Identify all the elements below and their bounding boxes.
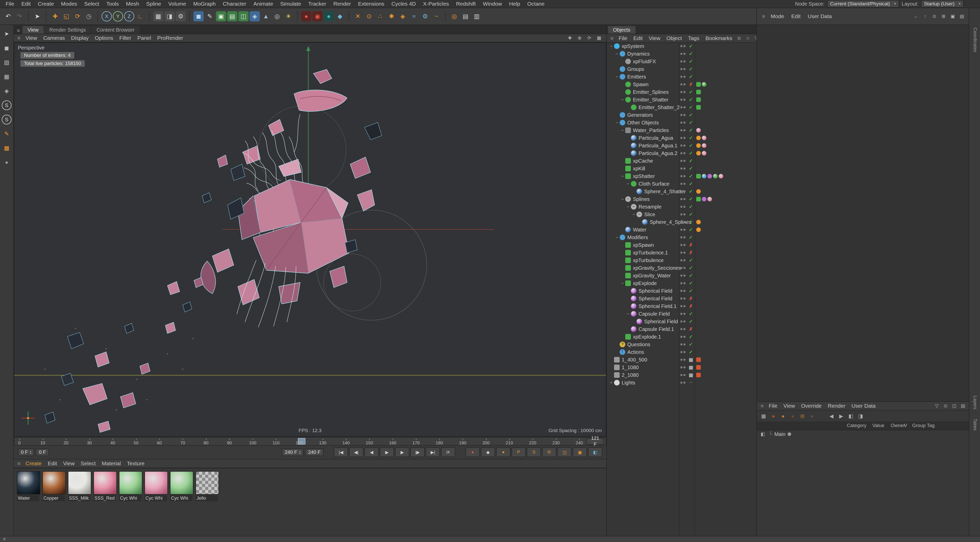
- z-axis-icon[interactable]: Z: [124, 11, 134, 21]
- viewport-zoom-icon[interactable]: ⊕: [576, 35, 584, 41]
- key-scale-button[interactable]: S: [527, 447, 541, 457]
- tree-row-sphere-4-shatter[interactable]: Sphere_4_Shatter✓: [607, 188, 756, 195]
- editor-visibility-dot[interactable]: [680, 160, 682, 162]
- phong-tag[interactable]: [696, 151, 701, 155]
- editor-visibility-dot[interactable]: [680, 313, 682, 315]
- editor-visibility-dot[interactable]: [680, 298, 682, 300]
- up-arrow-icon[interactable]: ↑: [921, 13, 929, 20]
- materials-menu-select[interactable]: Select: [78, 460, 99, 466]
- column-header-owner[interactable]: Owner: [891, 423, 905, 428]
- geometry-tag[interactable]: [713, 174, 718, 179]
- enable-toggle[interactable]: ▦: [687, 365, 694, 370]
- materials-menu-create[interactable]: Create: [22, 460, 45, 466]
- tree-row-particula-agua-2[interactable]: Particula_Agua.2✓: [607, 149, 756, 157]
- editor-visibility-dot[interactable]: [680, 206, 682, 208]
- enable-toggle[interactable]: ✓: [687, 166, 694, 171]
- expand-toggle[interactable]: −: [625, 311, 631, 317]
- objects-menu-view[interactable]: View: [646, 35, 663, 41]
- enable-toggle[interactable]: ✓: [687, 59, 694, 64]
- materials-menu-edit[interactable]: Edit: [45, 460, 60, 466]
- editor-visibility-dot[interactable]: [680, 359, 682, 361]
- key-position-button[interactable]: P: [511, 447, 526, 457]
- enable-toggle[interactable]: ✓: [687, 288, 694, 294]
- coord-system-icon[interactable]: ∟: [135, 11, 145, 21]
- editor-visibility-dot[interactable]: [680, 122, 682, 124]
- xparticles-group-tag[interactable]: [696, 97, 701, 102]
- viewport-rotate-icon[interactable]: ⟳: [585, 35, 593, 41]
- render-visibility-dot[interactable]: [683, 206, 686, 208]
- octane-render-icon[interactable]: ●: [301, 11, 311, 21]
- expand-toggle[interactable]: −: [614, 120, 620, 125]
- xp-cache-icon[interactable]: ⚙: [420, 11, 430, 21]
- tab-layers[interactable]: Layers: [972, 396, 978, 409]
- viewport-menu-view[interactable]: View: [22, 35, 40, 41]
- editor-visibility-dot[interactable]: [680, 53, 682, 55]
- xp-system-icon[interactable]: ✕: [353, 11, 363, 21]
- menu-item-extensions[interactable]: Extensions: [355, 1, 388, 7]
- viewport-pan-icon[interactable]: ✚: [566, 35, 574, 41]
- geometry-tag[interactable]: [702, 82, 706, 87]
- render-visibility-dot[interactable]: [683, 305, 686, 307]
- takes-menu-render[interactable]: Render: [825, 403, 849, 409]
- tree-row-other-objects[interactable]: −Other Objects✓: [607, 119, 756, 127]
- list-icon[interactable]: ▤: [959, 403, 967, 409]
- editor-visibility-dot[interactable]: [680, 290, 682, 292]
- material-thumbnail[interactable]: [68, 471, 91, 494]
- tree-row-splines[interactable]: −~Splines✓: [607, 195, 756, 203]
- filter-star-icon[interactable]: ☆: [744, 35, 752, 41]
- tree-row-particula-agua-1[interactable]: Particula_Agua.1✓: [607, 142, 756, 149]
- material-ball-orange-icon[interactable]: ●: [779, 412, 787, 420]
- render-visibility-dot[interactable]: [683, 183, 686, 185]
- material-item-water[interactable]: Water: [17, 471, 40, 501]
- panel-menu-icon[interactable]: ≡: [15, 35, 22, 41]
- enable-toggle[interactable]: ✓: [687, 311, 694, 317]
- tree-row-emitter-shatter[interactable]: −Emitter_Shatter✓: [607, 96, 756, 103]
- expand-toggle[interactable]: −: [620, 97, 625, 103]
- light-icon[interactable]: ☀: [283, 11, 293, 21]
- octane-target-icon[interactable]: ⊙: [798, 412, 807, 420]
- editor-visibility-dot[interactable]: [680, 106, 682, 108]
- takes-menu-user-data[interactable]: User Data: [848, 403, 879, 409]
- render-visibility-dot[interactable]: [683, 274, 686, 277]
- editor-visibility-dot[interactable]: [680, 320, 682, 322]
- tab-takes[interactable]: Takes: [972, 418, 978, 431]
- octane-logo-icon[interactable]: ◎: [449, 11, 460, 21]
- xp-fluid-icon[interactable]: ≈: [409, 11, 419, 21]
- expand-toggle[interactable]: −: [608, 44, 614, 49]
- play-button[interactable]: ▶: [380, 447, 394, 457]
- editor-visibility-dot[interactable]: [680, 267, 682, 269]
- viewport[interactable]: Perspective Number of emitters: 4Total l…: [14, 42, 606, 437]
- add-cube-icon[interactable]: ◼: [193, 11, 204, 21]
- enable-toggle[interactable]: ··: [687, 380, 694, 385]
- tree-row-1-400-500[interactable]: 1_400_500▦: [607, 356, 756, 363]
- enable-toggle[interactable]: ✓: [687, 227, 694, 233]
- render-visibility-dot[interactable]: [683, 175, 686, 177]
- render-visibility-dot[interactable]: [683, 190, 686, 192]
- search-icon[interactable]: ⊙: [942, 403, 950, 409]
- editor-visibility-dot[interactable]: [680, 129, 682, 131]
- editor-visibility-dot[interactable]: [680, 190, 682, 192]
- enable-toggle[interactable]: ✓: [687, 235, 694, 240]
- back-arrow-icon[interactable]: ←: [912, 13, 920, 20]
- record-keyframe-button[interactable]: ◆: [481, 447, 495, 457]
- panel-menu-icon[interactable]: ≡: [608, 35, 616, 41]
- tree-row-spherical-field[interactable]: Spherical Field✓: [607, 287, 756, 295]
- enable-toggle[interactable]: ✓: [687, 158, 694, 164]
- expand-toggle[interactable]: −: [625, 181, 631, 187]
- material-ball-dark2-icon[interactable]: ●: [818, 412, 826, 420]
- material-tag-pink[interactable]: [696, 128, 701, 133]
- enable-toggle[interactable]: ✓: [687, 51, 694, 57]
- modebar-item-mode[interactable]: Mode: [767, 13, 788, 19]
- editor-visibility-dot[interactable]: [680, 175, 682, 177]
- tree-row-1-1080[interactable]: 1_1080▦: [607, 363, 756, 371]
- enable-toggle[interactable]: ✓: [687, 74, 694, 79]
- enable-toggle[interactable]: ✓: [687, 204, 694, 209]
- rotate-icon[interactable]: ⟳: [73, 11, 83, 21]
- render-visibility-dot[interactable]: [683, 114, 686, 116]
- tree-row-sphere-4-splines[interactable]: Sphere_4_Splines✓: [607, 218, 756, 226]
- record-objects-button[interactable]: ●: [466, 447, 480, 457]
- render-visibility-dot[interactable]: [683, 53, 686, 55]
- render-settings-icon[interactable]: ⚙: [176, 11, 186, 21]
- render-visibility-dot[interactable]: [683, 91, 686, 93]
- menu-item-volume[interactable]: Volume: [165, 1, 189, 7]
